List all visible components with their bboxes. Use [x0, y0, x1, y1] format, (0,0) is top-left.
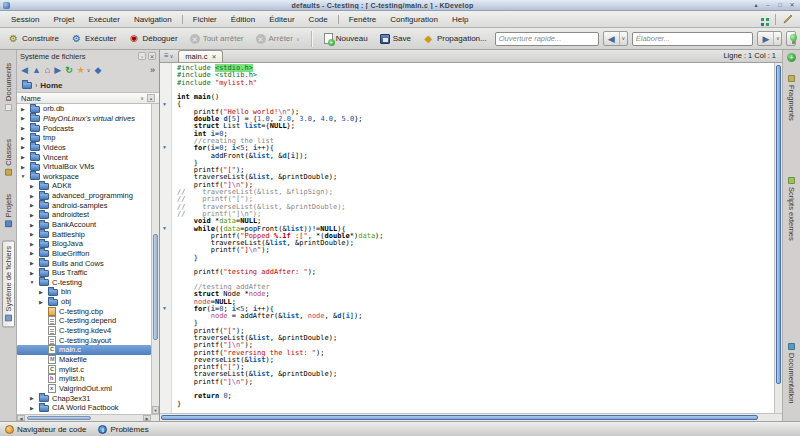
- close-button[interactable]: ✕: [787, 1, 797, 9]
- toolbar-button-deboguer[interactable]: ◉Déboguer: [124, 31, 181, 46]
- code-line[interactable]: node = addAfter(&list, node, &d[i]);: [177, 313, 774, 320]
- expander-icon[interactable]: ▶: [19, 164, 27, 170]
- code-line[interactable]: }: [177, 160, 774, 167]
- tree-item-videos[interactable]: ▶Vidéos: [17, 143, 151, 153]
- tree-item-blogjava[interactable]: ▶BlogJava: [17, 239, 151, 249]
- scrollbar-thumb[interactable]: [161, 415, 758, 420]
- expander-icon[interactable]: ▶: [19, 154, 27, 160]
- menu-fenetre[interactable]: Fenêtre: [342, 13, 384, 26]
- close-panel-icon[interactable]: ✕: [148, 52, 156, 60]
- tree-item-podcasts[interactable]: ▶Podcasts: [17, 123, 151, 133]
- code-line[interactable]: }: [177, 255, 774, 262]
- scrollbar-thumb[interactable]: [153, 234, 158, 339]
- chevron-down-icon[interactable]: ∨: [619, 32, 627, 45]
- tree-horizontal-scrollbar[interactable]: ◀ ▶: [17, 414, 159, 421]
- tree-item-androidtest[interactable]: ▶androidtest: [17, 210, 151, 220]
- fold-marker-icon[interactable]: ▼: [162, 305, 167, 311]
- code-content[interactable]: #include <stdio.h>#include <stdlib.h>#in…: [172, 63, 774, 413]
- elaborate-input[interactable]: [632, 32, 754, 46]
- menu-edition[interactable]: Édition: [224, 13, 262, 26]
- statusbar-button-navigateur-de-code[interactable]: Navigateur de code: [5, 425, 86, 434]
- code-line[interactable]: printf("]\n");: [177, 247, 774, 254]
- chevron-down-icon[interactable]: ∨: [140, 95, 144, 101]
- menu-fichier[interactable]: Fichier: [186, 13, 224, 26]
- expander-icon[interactable]: ▶: [28, 231, 36, 237]
- menu-navigation[interactable]: Navigation: [127, 13, 179, 26]
- menu-help[interactable]: Help: [445, 13, 475, 26]
- tree-item-bulls-and-cows[interactable]: ▶Bulls and Cows: [17, 258, 151, 268]
- tree-item-battleship[interactable]: ▶Battleship: [17, 229, 151, 239]
- code-line[interactable]: traverseList(&list, &printDouble);: [177, 371, 774, 378]
- scrollbar-thumb[interactable]: [27, 416, 91, 420]
- lightbulb-button[interactable]: [786, 31, 796, 46]
- tree-item-orb-db[interactable]: ▶orb.db: [17, 104, 151, 114]
- tree-item-c-testing[interactable]: ▼C-testing: [17, 278, 151, 288]
- expander-icon[interactable]: ▶: [28, 250, 36, 256]
- code-line[interactable]: traverseList(&list, &printDouble);: [177, 174, 774, 181]
- scrollbar-thumb[interactable]: [776, 65, 781, 384]
- close-icon[interactable]: ✕: [211, 53, 216, 60]
- statusbar-button-problemes[interactable]: iProblèmes: [98, 425, 148, 434]
- tree-item-mylist-h[interactable]: mylist.h: [17, 374, 151, 384]
- code-line[interactable]: return 0;: [177, 393, 774, 400]
- expander-icon[interactable]: ▶: [28, 212, 36, 218]
- tree-vertical-scrollbar[interactable]: ▼: [151, 104, 159, 414]
- tool-tab-documentation[interactable]: Documentation: [786, 338, 797, 408]
- tree-item-chap3ex31[interactable]: ▶Chap3ex31: [17, 393, 151, 403]
- expander-icon[interactable]: ▶: [28, 260, 36, 266]
- tree-item-mylist-c[interactable]: mylist.c: [17, 364, 151, 374]
- menu-session[interactable]: Session: [4, 13, 46, 26]
- tree-item-c-testing-cbp[interactable]: C-testing.cbp: [17, 306, 151, 316]
- toolbar-button-executer[interactable]: ⚙Exécuter: [67, 31, 121, 46]
- keep-above-button[interactable]: ▴: [751, 1, 761, 9]
- code-line[interactable]: reverseList(&list);: [177, 357, 774, 364]
- tree-item-bankaccount[interactable]: ▶BankAccount: [17, 220, 151, 230]
- tree-item-playonlinux-s-virtual-drives[interactable]: ▶PlayOnLinux's virtual drives: [17, 114, 151, 124]
- expander-icon[interactable]: ▶: [28, 202, 36, 208]
- code-line[interactable]: }: [177, 401, 774, 408]
- tab-main-c[interactable]: main.c ✕: [178, 50, 223, 62]
- code-line[interactable]: printf("]\n");: [177, 379, 774, 386]
- breadcrumb[interactable]: › Home: [17, 78, 159, 92]
- menu-executer[interactable]: Exécuter: [81, 13, 127, 26]
- minimize-button[interactable]: −: [763, 1, 773, 9]
- expander-icon[interactable]: ▶: [28, 241, 36, 247]
- places-icon[interactable]: ◆: [95, 62, 102, 78]
- toolbar-button-propagation[interactable]: ◆Propagation...: [419, 31, 491, 46]
- tree-item-c-testing-layout[interactable]: C-testing.layout: [17, 335, 151, 345]
- tree-item-c-testing-depend[interactable]: C-testing.depend: [17, 316, 151, 326]
- tree-item-virtualbox-vms[interactable]: ▶VirtualBox VMs: [17, 162, 151, 172]
- expander-icon[interactable]: ▶: [28, 405, 36, 411]
- tree-item-android-samples[interactable]: ▶android-samples: [17, 200, 151, 210]
- scroll-up-icon[interactable]: ▲: [147, 94, 155, 102]
- code-line[interactable]: int main(): [177, 94, 774, 101]
- tool-tab-scripts-externes[interactable]: Scripts externes: [786, 172, 797, 246]
- expander-icon[interactable]: ▶: [28, 222, 36, 228]
- tree-item-c-testing-kdev4[interactable]: C-testing.kdev4: [17, 326, 151, 336]
- expander-icon[interactable]: ▶: [19, 144, 27, 150]
- tree-item-obj[interactable]: ▶obj: [17, 297, 151, 307]
- expander-icon[interactable]: ▶: [28, 183, 36, 189]
- code-line[interactable]: // printf("]\n");: [177, 211, 774, 218]
- expander-icon[interactable]: ▶: [37, 299, 45, 305]
- code-line[interactable]: addFront(&list, &d[i]);: [177, 153, 774, 160]
- tree-item-bluegriffon[interactable]: ▶BlueGriffon: [17, 249, 151, 259]
- work-area-switcher-icon[interactable]: [761, 18, 764, 21]
- code-line[interactable]: }: [177, 320, 774, 327]
- code-line[interactable]: printf("testing addAfter: ");: [177, 269, 774, 276]
- code-line[interactable]: // traverseList(&list, &flipSign);: [177, 189, 774, 196]
- bookmarks-icon[interactable]: ★: [77, 62, 85, 78]
- forward-icon[interactable]: ▶: [54, 62, 61, 78]
- expander-icon[interactable]: ▶: [28, 395, 36, 401]
- tree-item-bus-traffic[interactable]: ▶Bus Traffic: [17, 268, 151, 278]
- code-line[interactable]: // traverseList(&list, &printDouble);: [177, 204, 774, 211]
- plus-icon[interactable]: +: [787, 53, 796, 62]
- fold-marker-icon[interactable]: ▼: [162, 225, 167, 231]
- quick-open-input[interactable]: [495, 32, 599, 46]
- menu-projet[interactable]: Projet: [46, 13, 81, 26]
- expander-icon[interactable]: ▼: [19, 173, 27, 179]
- breadcrumb-home[interactable]: Home: [40, 81, 62, 90]
- tool-tab-documents[interactable]: Documents: [3, 58, 14, 116]
- tree-item-adkit[interactable]: ▶ADKit: [17, 181, 151, 191]
- more-icon[interactable]: »: [150, 62, 155, 78]
